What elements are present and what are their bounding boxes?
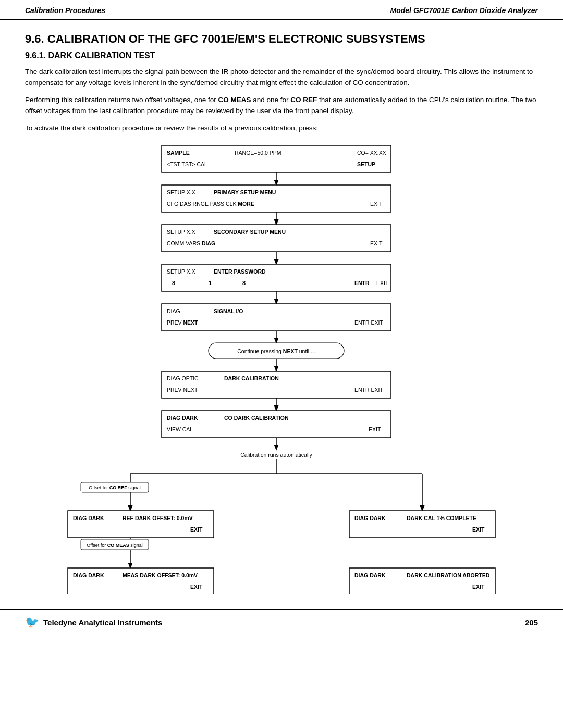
svg-text:DARK CAL 1% COMPLETE: DARK CAL 1% COMPLETE (407, 515, 476, 521)
svg-text:<TST  TST>  CAL: <TST TST> CAL (167, 161, 207, 167)
svg-text:EXIT: EXIT (369, 426, 381, 433)
header-right: Model GFC7001E Carbon Dioxide Analyzer (390, 6, 538, 15)
svg-text:8: 8 (172, 280, 175, 286)
svg-text:ENTER PASSWORD: ENTER PASSWORD (214, 268, 266, 275)
logo-icon: 🐦 (25, 615, 39, 629)
page-footer: 🐦 Teledyne Analytical Instruments 205 (0, 609, 563, 634)
svg-text:ENTR: ENTR (354, 280, 370, 286)
svg-text:DIAG: DIAG (167, 308, 180, 314)
svg-text:Offset for CO REF signal: Offset for CO REF signal (89, 485, 140, 490)
page-content: 9.6. CALIBRATION OF THE GFC 7001E/EM'S E… (0, 20, 563, 604)
svg-text:ENTR  EXIT: ENTR EXIT (354, 387, 383, 393)
paragraph-2: Performing this calibration returns two … (25, 95, 538, 117)
svg-text:Continue pressing NEXT until .: Continue pressing NEXT until ... (237, 348, 315, 354)
svg-text:DIAG DARK: DIAG DARK (354, 572, 386, 578)
svg-text:PRIMARY SETUP MENU: PRIMARY SETUP MENU (214, 189, 276, 195)
svg-text:DIAG DARK: DIAG DARK (73, 515, 104, 521)
svg-text:EXIT: EXIT (472, 584, 485, 590)
svg-text:DARK CALIBRATION ABORTED: DARK CALIBRATION ABORTED (407, 572, 490, 578)
svg-text:1: 1 (209, 280, 212, 286)
svg-text:SETUP X.X: SETUP X.X (167, 229, 195, 235)
svg-text:SETUP: SETUP (357, 161, 375, 167)
svg-text:DARK CALIBRATION: DARK CALIBRATION (224, 375, 279, 381)
subsection-title: 9.6.1. DARK CALIBRATION TEST (25, 51, 538, 60)
section-title: 9.6. CALIBRATION OF THE GFC 7001E/EM'S E… (25, 32, 538, 46)
svg-text:EXIT: EXIT (190, 526, 203, 533)
svg-text:ENTR  EXIT: ENTR EXIT (354, 319, 383, 326)
flowchart-container: SAMPLE RANGE=50.0 PPM CO= XX.XX <TST TST… (25, 140, 538, 594)
svg-text:EXIT: EXIT (472, 526, 485, 533)
svg-text:COMM  VARS  DIAG: COMM VARS DIAG (167, 240, 215, 246)
svg-text:EXIT: EXIT (190, 584, 203, 590)
svg-text:Offset for CO MEAS signal: Offset for CO MEAS signal (87, 542, 142, 548)
svg-text:SIGNAL I/O: SIGNAL I/O (214, 308, 243, 314)
svg-text:PREV  NEXT: PREV NEXT (167, 387, 198, 393)
svg-text:SAMPLE: SAMPLE (167, 150, 190, 156)
footer-page-number: 205 (525, 618, 538, 627)
page-header: Calibration Procedures Model GFC7001E Ca… (0, 0, 563, 20)
svg-text:RANGE=50.0 PPM: RANGE=50.0 PPM (235, 150, 282, 156)
paragraph-3: To activate the dark calibration procedu… (25, 123, 538, 134)
svg-text:MEAS DARK OFFSET: 0.0mV: MEAS DARK OFFSET: 0.0mV (123, 572, 198, 578)
svg-text:SECONDARY SETUP MENU: SECONDARY SETUP MENU (214, 229, 286, 235)
header-left: Calibration Procedures (25, 6, 105, 15)
svg-text:EXIT: EXIT (370, 201, 383, 207)
svg-rect-28 (162, 304, 391, 331)
footer-logo: 🐦 Teledyne Analytical Instruments (25, 615, 162, 629)
svg-text:DIAG OPTIC: DIAG OPTIC (167, 375, 199, 381)
svg-text:PREV  NEXT: PREV NEXT (167, 319, 198, 326)
svg-text:EXIT: EXIT (370, 240, 383, 246)
svg-text:CO= XX.XX: CO= XX.XX (357, 150, 386, 156)
svg-text:CO DARK CALIBRATION: CO DARK CALIBRATION (224, 415, 288, 421)
svg-rect-19 (162, 264, 391, 291)
svg-text:DIAG DARK: DIAG DARK (354, 515, 386, 521)
svg-text:Calibration runs automatically: Calibration runs automatically (240, 452, 312, 458)
svg-text:DIAG DARK: DIAG DARK (73, 572, 104, 578)
svg-text:SETUP X.X: SETUP X.X (167, 268, 195, 275)
svg-text:SETUP X.X: SETUP X.X (167, 189, 195, 195)
footer-logo-text: Teledyne Analytical Instruments (43, 618, 162, 627)
flowchart-svg: SAMPLE RANGE=50.0 PPM CO= XX.XX <TST TST… (47, 140, 516, 594)
svg-text:DIAG DARK: DIAG DARK (167, 415, 198, 421)
svg-rect-7 (162, 185, 391, 212)
svg-text:8: 8 (242, 280, 246, 286)
svg-text:EXIT: EXIT (376, 280, 389, 286)
svg-text:REF DARK OFFSET: 0.0mV: REF DARK OFFSET: 0.0mV (123, 515, 193, 521)
svg-text:VIEW  CAL: VIEW CAL (167, 426, 193, 433)
svg-text:CFG  DAS  RNGE  PASS  CLK  MOR: CFG DAS RNGE PASS CLK MORE (167, 201, 254, 207)
paragraph-1: The dark calibration test interrupts the… (25, 67, 538, 89)
